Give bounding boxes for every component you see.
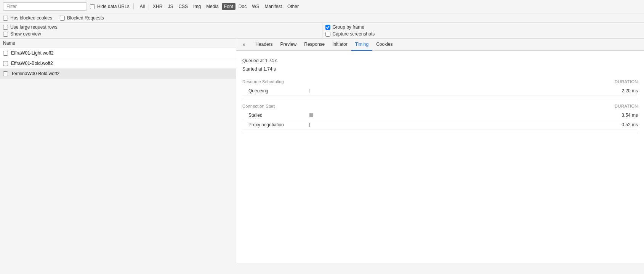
timing-row-duration: 0.52 ms: [607, 122, 638, 127]
filter-type-manifest[interactable]: Manifest: [263, 3, 284, 10]
close-button[interactable]: ×: [239, 39, 248, 50]
tab-response[interactable]: Response: [300, 39, 328, 51]
use-large-request-rows-label[interactable]: Use large request rows: [3, 24, 319, 30]
list-item-checkbox[interactable]: [3, 61, 8, 66]
filter-type-font[interactable]: Font: [222, 3, 235, 10]
show-overview-checkbox[interactable]: [3, 32, 8, 37]
filter-type-doc[interactable]: Doc: [236, 3, 249, 10]
queued-at: Queued at 1.74 s: [242, 57, 638, 65]
timing-bar-visual: [309, 123, 310, 127]
timing-row-stalled: Stalled3.54 ms: [242, 111, 638, 120]
timing-row-queueing: Queueing2.20 ms: [242, 86, 638, 96]
tabs-bar: × HeadersPreviewResponseInitiatorTimingC…: [236, 39, 644, 51]
filter-type-media[interactable]: Media: [204, 3, 221, 10]
list-item-checkbox[interactable]: [3, 51, 8, 56]
filter-type-css[interactable]: CSS: [176, 3, 190, 10]
list-item-checkbox[interactable]: [3, 71, 8, 76]
list-items: EffraW01-Light.woff2EffraW01-Bold.woff2T…: [0, 48, 236, 79]
timing-info: Queued at 1.74 s Started at 1.74 s: [242, 57, 638, 73]
timing-row-duration: 3.54 ms: [607, 113, 638, 118]
capture-screenshots-checkbox[interactable]: [325, 32, 330, 37]
timing-section-label: Connection Start: [242, 104, 275, 108]
filter-type-img[interactable]: Img: [191, 3, 203, 10]
hide-data-urls-checkbox[interactable]: [90, 4, 95, 9]
tab-cookies[interactable]: Cookies: [372, 39, 396, 51]
filter-type-other[interactable]: Other: [285, 3, 301, 10]
options-left: Use large request rows Show overview: [0, 23, 322, 38]
list-item-name: EffraW01-Light.woff2: [11, 50, 54, 56]
timing-content: Queued at 1.74 s Started at 1.74 s Resou…: [236, 51, 644, 263]
filter-divider: [149, 3, 149, 10]
filter-type-js[interactable]: JS: [165, 3, 175, 10]
timing-row-label: Queueing: [248, 88, 309, 93]
timing-bar-visual: [309, 113, 313, 117]
filter-type-ws[interactable]: WS: [250, 3, 261, 10]
timing-duration-header: DURATION: [615, 104, 638, 108]
hide-data-urls-label[interactable]: Hide data URLs: [90, 4, 130, 9]
timing-section-header-resource-scheduling: Resource SchedulingDURATION: [242, 79, 638, 84]
timing-duration-header: DURATION: [615, 79, 638, 84]
capture-screenshots-label[interactable]: Capture screenshots: [325, 31, 641, 37]
started-at: Started at 1.74 s: [242, 65, 638, 74]
filter-type-xhr[interactable]: XHR: [151, 3, 165, 10]
filter-type-all[interactable]: All: [138, 3, 147, 10]
tab-preview[interactable]: Preview: [277, 39, 301, 51]
timing-bar-cell: [309, 89, 607, 93]
timing-section-label: Resource Scheduling: [242, 79, 284, 84]
tab-initiator[interactable]: Initiator: [328, 39, 351, 51]
blocked-requests-checkbox[interactable]: [60, 16, 65, 21]
timing-row-duration: 2.20 ms: [607, 88, 638, 93]
timing-bar-visual: [309, 89, 310, 93]
timing-row-proxy-negotiation: Proxy negotiation0.52 ms: [242, 120, 638, 130]
list-item[interactable]: TerminaW00-Bold.woff2: [0, 69, 236, 79]
cookies-row: Has blocked cookies Blocked Requests: [0, 13, 644, 23]
has-blocked-cookies-label[interactable]: Has blocked cookies: [3, 15, 52, 21]
timing-sections: Resource SchedulingDURATIONQueueing2.20 …: [242, 79, 638, 133]
tab-headers[interactable]: Headers: [252, 39, 276, 51]
list-item-name: TerminaW00-Bold.woff2: [11, 71, 59, 76]
options-section: Use large request rows Show overview Gro…: [0, 23, 644, 39]
has-blocked-cookies-checkbox[interactable]: [3, 16, 8, 21]
right-panel: × HeadersPreviewResponseInitiatorTimingC…: [236, 39, 644, 263]
options-right: Group by frame Capture screenshots: [322, 23, 644, 38]
filter-types: AllXHRJSCSSImgMediaFontDocWSManifestOthe…: [138, 3, 301, 10]
left-panel: Name EffraW01-Light.woff2EffraW01-Bold.w…: [0, 39, 236, 263]
section-separator: [242, 133, 638, 133]
use-large-request-rows-checkbox[interactable]: [3, 25, 8, 30]
divider: [133, 3, 134, 10]
tab-timing[interactable]: Timing: [351, 39, 373, 51]
timing-section-header-connection-start: Connection StartDURATION: [242, 104, 638, 108]
list-item-name: EffraW01-Bold.woff2: [11, 61, 53, 66]
group-by-frame-label[interactable]: Group by frame: [325, 24, 641, 30]
list-item[interactable]: EffraW01-Bold.woff2: [0, 58, 236, 69]
blocked-requests-label[interactable]: Blocked Requests: [60, 15, 104, 21]
timing-bar: [309, 122, 310, 127]
timing-bar-cell: [309, 122, 607, 127]
section-separator: [242, 99, 638, 99]
list-header: Name: [0, 39, 236, 48]
toolbar-row: Hide data URLs AllXHRJSCSSImgMediaFontDo…: [0, 0, 644, 13]
timing-bar: [309, 113, 313, 118]
list-item[interactable]: EffraW01-Light.woff2: [0, 48, 236, 58]
timing-bar-cell: [309, 113, 607, 118]
timing-bar: [309, 89, 310, 93]
tabs-container: HeadersPreviewResponseInitiatorTimingCoo…: [252, 39, 396, 50]
show-overview-label[interactable]: Show overview: [3, 31, 319, 37]
timing-row-label: Proxy negotiation: [248, 122, 309, 127]
filter-input[interactable]: [3, 2, 87, 11]
timing-row-label: Stalled: [248, 113, 309, 118]
main-content: Name EffraW01-Light.woff2EffraW01-Bold.w…: [0, 39, 644, 263]
group-by-frame-checkbox[interactable]: [325, 25, 330, 30]
